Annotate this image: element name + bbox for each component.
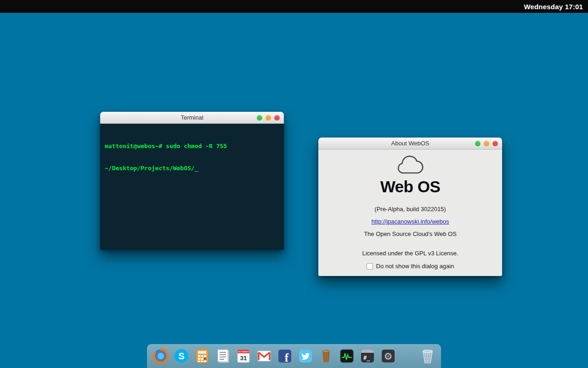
license-text: Licensed under the GPL v3 License. xyxy=(318,250,502,257)
about-title: About WebOS xyxy=(391,140,430,147)
close-button[interactable] xyxy=(274,115,280,121)
tagline: The Open Source Cloud's Web OS xyxy=(318,230,502,237)
clock: Wednesday 17:01 xyxy=(524,3,583,11)
maximize-button[interactable] xyxy=(257,115,262,121)
menubar: Wednesday 17:01 xyxy=(0,0,588,13)
terminal-window: Terminal mattonit@webos~# sudo chmod -R … xyxy=(100,112,284,250)
firefox-icon[interactable] xyxy=(153,348,169,364)
bin-icon[interactable] xyxy=(318,348,334,364)
skype-icon[interactable]: S xyxy=(173,348,190,364)
minimize-button[interactable] xyxy=(484,141,489,146)
calendar-icon[interactable]: DECEMBER 31 xyxy=(235,348,252,364)
close-button[interactable] xyxy=(492,141,498,146)
trash-icon[interactable] xyxy=(419,348,435,364)
cloud-icon xyxy=(318,155,502,175)
terminal-line: mattonit@webos~# sudo chmod -R 755 xyxy=(105,143,279,150)
svg-text:31: 31 xyxy=(240,355,247,362)
minimize-button[interactable] xyxy=(266,115,271,121)
settings-icon[interactable]: ⚙ xyxy=(380,348,396,364)
about-content: Web OS (Pre-Alpha, build 3022015) http:/… xyxy=(318,150,502,276)
about-titlebar[interactable]: About WebOS xyxy=(318,138,502,150)
terminal-output[interactable]: mattonit@webos~# sudo chmod -R 755 ~/Des… xyxy=(100,124,284,250)
website-link[interactable]: http://jpacanowski.info/webos xyxy=(371,218,449,225)
svg-text:⚙: ⚙ xyxy=(384,351,393,362)
gmail-icon[interactable] xyxy=(256,348,272,364)
about-webos-dialog: About WebOS Web OS (Pre-Alpha, build 302… xyxy=(318,138,502,276)
build-info: (Pre-Alpha, build 3022015) xyxy=(318,206,502,213)
svg-text:f: f xyxy=(285,351,289,364)
window-controls xyxy=(475,138,498,149)
svg-text:#_: #_ xyxy=(363,355,370,362)
svg-text:DECEMBER: DECEMBER xyxy=(238,351,249,353)
window-controls xyxy=(257,112,280,123)
terminal-line: ~/Desktop/Projects/WebOS/_ xyxy=(105,165,279,172)
terminal-title: Terminal xyxy=(181,114,203,121)
dont-show-checkbox[interactable] xyxy=(367,263,373,270)
terminal-dock-icon[interactable]: #_ xyxy=(359,348,376,364)
app-name: Web OS xyxy=(318,178,502,196)
terminal-titlebar[interactable]: Terminal xyxy=(100,112,284,124)
notes-icon[interactable] xyxy=(215,348,231,364)
dock: S DECEMBER 31 xyxy=(147,344,441,368)
svg-text:S: S xyxy=(178,351,184,361)
dont-show-row: Do not show this dialog again xyxy=(318,263,502,270)
dont-show-label: Do not show this dialog again xyxy=(376,263,454,270)
activity-monitor-icon[interactable] xyxy=(339,348,355,364)
twitter-icon[interactable] xyxy=(297,348,314,364)
maximize-button[interactable] xyxy=(475,141,481,146)
facebook-icon[interactable]: f xyxy=(277,348,293,364)
calculator-icon[interactable] xyxy=(194,348,210,364)
